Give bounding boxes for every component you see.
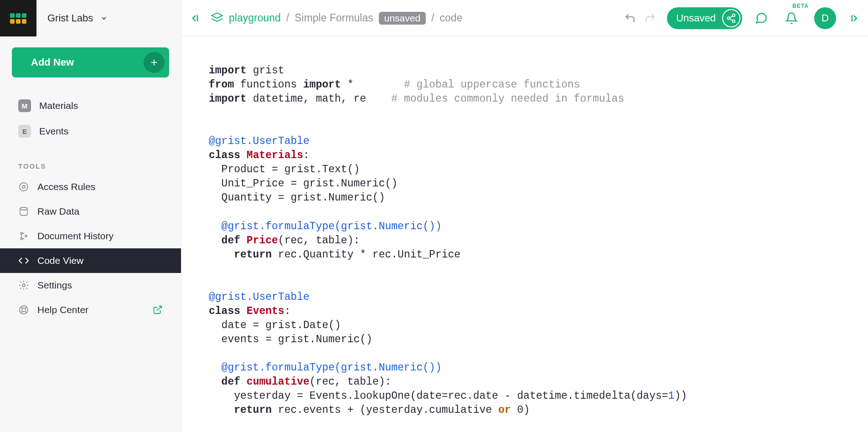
- page-badge: E: [18, 125, 31, 138]
- svg-point-8: [22, 284, 25, 287]
- svg-line-12: [26, 312, 27, 314]
- bell-icon: [785, 12, 798, 25]
- breadcrumb-page: code: [440, 12, 463, 24]
- unsaved-share-pill[interactable]: Unsaved: [667, 7, 742, 29]
- tool-label: Access Rules: [37, 181, 95, 192]
- breadcrumb-doc[interactable]: Simple Formulas: [294, 12, 373, 24]
- tool-label: Code View: [37, 255, 83, 266]
- page-label: Events: [39, 126, 68, 137]
- breadcrumb-sep: /: [286, 12, 289, 24]
- tool-label: Settings: [37, 280, 72, 291]
- notifications-button[interactable]: BETA: [780, 7, 802, 29]
- svg-point-5: [21, 232, 22, 234]
- undo-button[interactable]: [623, 11, 637, 25]
- help-icon: [18, 304, 29, 315]
- user-avatar[interactable]: D: [814, 7, 836, 29]
- beta-badge: BETA: [792, 3, 809, 9]
- svg-point-20: [733, 20, 735, 22]
- svg-line-15: [157, 306, 161, 311]
- svg-marker-17: [212, 13, 222, 18]
- svg-point-2: [22, 185, 25, 188]
- history-icon: [18, 231, 29, 242]
- layers-icon: [211, 12, 223, 25]
- breadcrumb-state-badge: unsaved: [379, 12, 426, 25]
- gear-icon: [18, 280, 29, 291]
- tool-access-rules[interactable]: Access Rules: [0, 175, 181, 199]
- chat-button[interactable]: [750, 7, 772, 29]
- sidebar-page-materials[interactable]: M Materials: [0, 93, 181, 118]
- code-icon: [18, 255, 29, 266]
- pages-nav: M Materials E Events: [0, 86, 181, 149]
- tool-label: Raw Data: [37, 206, 79, 217]
- external-link-icon: [153, 305, 163, 315]
- database-icon: [18, 206, 29, 217]
- svg-point-18: [733, 14, 735, 16]
- share-icon: [722, 9, 740, 27]
- chat-icon: [755, 12, 768, 25]
- redo-button[interactable]: [643, 11, 657, 25]
- tool-raw-data[interactable]: Raw Data: [0, 199, 181, 224]
- code-view-content: import grist from functions import * # g…: [181, 36, 868, 432]
- svg-point-10: [22, 308, 26, 312]
- add-new-label: Add New: [31, 57, 74, 68]
- tools-header: TOOLS: [0, 149, 181, 175]
- page-label: Materials: [39, 100, 78, 111]
- svg-point-7: [25, 235, 27, 237]
- breadcrumb-sep: /: [431, 12, 434, 24]
- breadcrumb-workspace[interactable]: playground: [229, 12, 281, 24]
- app-logo[interactable]: [0, 0, 36, 36]
- collapse-left-panel-button[interactable]: [188, 11, 202, 25]
- org-selector[interactable]: Grist Labs: [36, 12, 181, 24]
- unsaved-label: Unsaved: [676, 12, 716, 24]
- tool-help-center[interactable]: Help Center: [0, 298, 181, 322]
- main: playground / Simple Formulas unsaved / c…: [181, 0, 868, 432]
- breadcrumb: playground / Simple Formulas unsaved / c…: [211, 12, 613, 25]
- svg-point-4: [20, 207, 27, 210]
- tool-code-view[interactable]: Code View: [0, 248, 181, 273]
- tool-label: Help Center: [37, 304, 88, 315]
- sidebar-page-events[interactable]: E Events: [0, 118, 181, 144]
- sidebar: Grist Labs Add New M Materials E Events …: [0, 0, 181, 432]
- tool-label: Document History: [37, 231, 114, 242]
- svg-point-3: [20, 183, 28, 191]
- svg-line-13: [21, 312, 22, 314]
- expand-right-panel-button[interactable]: [848, 11, 862, 25]
- svg-line-22: [730, 19, 733, 21]
- sidebar-header: Grist Labs: [0, 0, 181, 36]
- svg-point-6: [21, 238, 22, 240]
- svg-line-21: [730, 15, 733, 17]
- eye-icon: [18, 181, 29, 192]
- tool-doc-history[interactable]: Document History: [0, 224, 181, 248]
- undo-redo-group: [623, 11, 657, 25]
- chevron-down-icon: [100, 15, 108, 22]
- svg-line-11: [21, 307, 22, 309]
- plus-icon: [144, 52, 165, 73]
- svg-line-14: [26, 307, 27, 309]
- svg-point-19: [728, 17, 730, 20]
- page-badge: M: [18, 99, 31, 112]
- tool-settings[interactable]: Settings: [0, 273, 181, 298]
- org-name: Grist Labs: [47, 12, 93, 24]
- topbar: playground / Simple Formulas unsaved / c…: [181, 0, 868, 36]
- avatar-initial: D: [822, 12, 829, 24]
- add-new-button[interactable]: Add New: [12, 47, 169, 77]
